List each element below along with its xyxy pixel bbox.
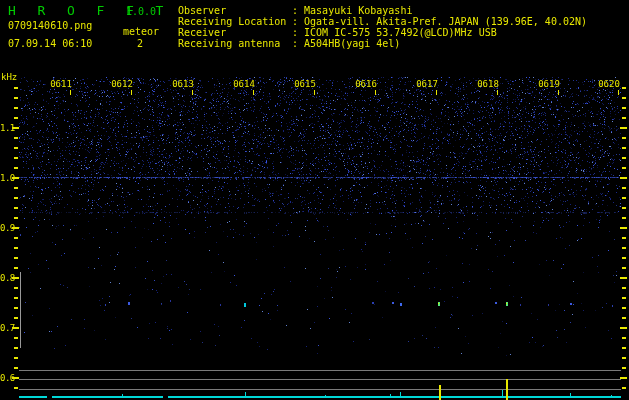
mode-label: meteor [123, 26, 159, 37]
time-label-0615: 0615 [290, 79, 320, 89]
time-label-0616: 0616 [351, 79, 381, 89]
info-label: Observer [178, 5, 292, 16]
time-label-0618: 0618 [473, 79, 503, 89]
info-label: Receiver [178, 27, 292, 38]
separator: : [292, 5, 304, 16]
hrofft-window: H R O F F T 1.0.0 0709140610.png meteor … [0, 0, 629, 400]
info-row-observer: Observer: Masayuki Kobayashi [178, 5, 587, 16]
app-version: 1.0.0 [126, 6, 156, 17]
freq-axis-unit: kHz [1, 72, 17, 82]
separator: : [292, 38, 304, 49]
time-label-0614: 0614 [229, 79, 259, 89]
freq-label-0.8: 0.8 [0, 273, 14, 283]
freq-label-1.0: 1.0 [0, 173, 14, 183]
datetime-label: 07.09.14 06:10 [8, 38, 92, 49]
separator: : [292, 16, 304, 27]
output-filename: 0709140610.png [8, 20, 92, 31]
info-label: Receiving antenna [178, 38, 292, 49]
time-label-0619: 0619 [534, 79, 564, 89]
info-label: Receiving Location [178, 16, 292, 27]
spectrogram-canvas [0, 0, 629, 400]
freq-label-0.9: 0.9 [0, 223, 14, 233]
info-value: ICOM IC-575 53.7492(@LCD)MHz USB [304, 27, 497, 38]
freq-label-0.7: 0.7 [0, 323, 14, 333]
info-row-antenna: Receiving antenna: A504HB(yagi 4el) [178, 38, 587, 49]
info-row-location: Receiving Location: Ogata-vill. Akita-Pr… [178, 16, 587, 27]
time-label-0617: 0617 [412, 79, 442, 89]
time-label-0620: 0620 [594, 79, 624, 89]
info-value: Masayuki Kobayashi [304, 5, 412, 16]
info-value: Ogata-vill. Akita-Pref. JAPAN (139.96E, … [304, 16, 587, 27]
separator: : [292, 27, 304, 38]
time-label-0611: 0611 [46, 79, 76, 89]
station-info-block: Observer: Masayuki Kobayashi Receiving L… [178, 5, 587, 49]
time-label-0613: 0613 [168, 79, 198, 89]
echo-count: 2 [137, 38, 143, 49]
time-label-0612: 0612 [107, 79, 137, 89]
freq-label-1.1: 1.1 [0, 123, 14, 133]
info-value: A504HB(yagi 4el) [304, 38, 400, 49]
info-row-receiver: Receiver: ICOM IC-575 53.7492(@LCD)MHz U… [178, 27, 587, 38]
freq-label-0.6: 0.6 [0, 373, 14, 383]
